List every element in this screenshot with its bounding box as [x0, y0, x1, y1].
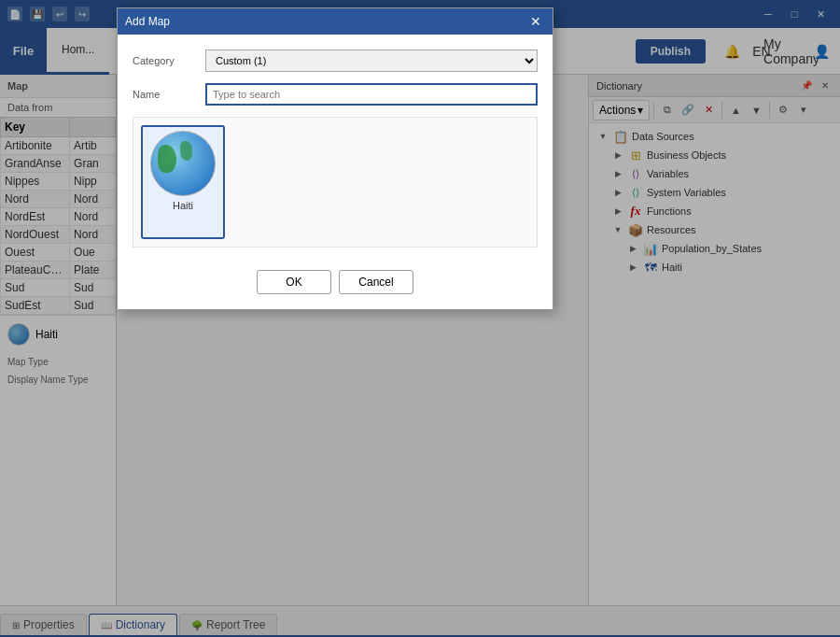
- app-window: 📄 💾 ↩ ↪ ─ □ ✕ File Hom... T Text ⬡ Sha: [0, 0, 840, 637]
- maps-grid: Haiti: [133, 117, 538, 248]
- dialog-body: Category Custom (1) Name Haiti: [118, 35, 553, 262]
- name-label: Name: [133, 89, 198, 100]
- cancel-button[interactable]: Cancel: [339, 270, 413, 294]
- name-field: Name: [133, 83, 538, 106]
- ok-button[interactable]: OK: [257, 270, 331, 294]
- haiti-globe: [150, 131, 216, 196]
- name-input[interactable]: [205, 83, 538, 106]
- dialog-close-button[interactable]: ✕: [526, 12, 545, 31]
- dialog-footer: OK Cancel: [118, 262, 553, 309]
- category-select[interactable]: Custom (1): [205, 50, 538, 72]
- add-map-dialog: Add Map ✕ Category Custom (1) Name: [117, 7, 553, 310]
- dialog-title: Add Map: [125, 15, 170, 28]
- map-item-haiti[interactable]: Haiti: [141, 125, 225, 239]
- haiti-label: Haiti: [173, 200, 193, 211]
- dialog-titlebar: Add Map ✕: [118, 8, 553, 35]
- category-label: Category: [133, 55, 198, 66]
- modal-overlay: Add Map ✕ Category Custom (1) Name: [0, 0, 840, 637]
- category-field: Category Custom (1): [133, 50, 538, 72]
